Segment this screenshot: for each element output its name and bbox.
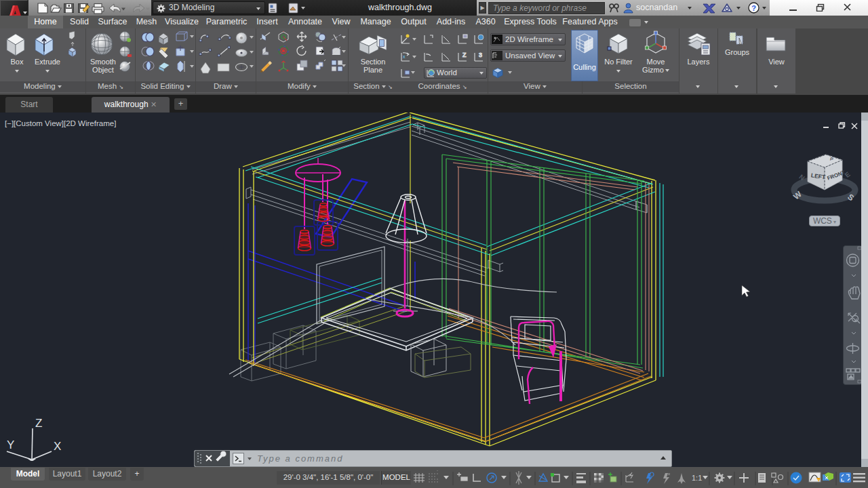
svg-text:S: S: [846, 192, 856, 203]
svg-text:Z: Z: [462, 52, 467, 58]
svg-text:Z: Z: [35, 417, 42, 430]
svg-text:!: !: [818, 479, 818, 483]
svg-text:X: X: [54, 440, 61, 453]
svg-text:1:1: 1:1: [692, 474, 702, 482]
svg-text:Y: Y: [7, 439, 14, 451]
svg-text:3: 3: [479, 52, 482, 58]
svg-text:x: x: [403, 54, 406, 59]
svg-text:?: ?: [751, 4, 756, 12]
